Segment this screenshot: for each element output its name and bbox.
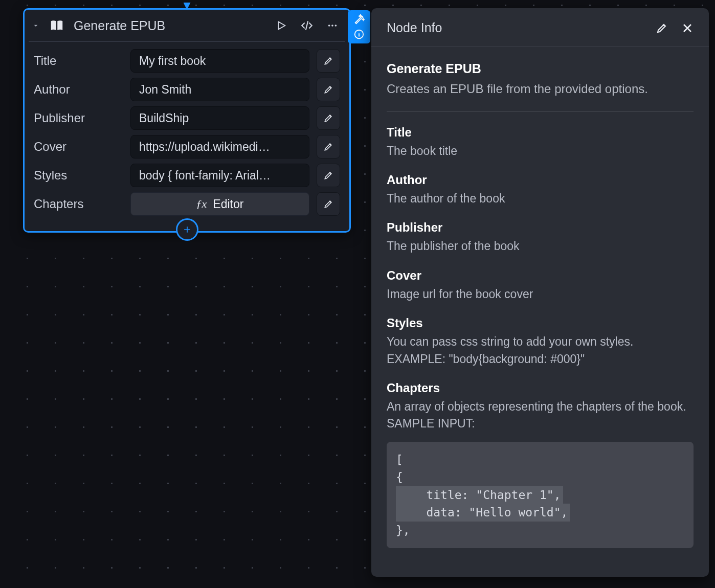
code-line: {: [396, 470, 403, 484]
field-label: Title: [34, 54, 123, 68]
section-styles: Styles You can pass css string to add yo…: [387, 316, 694, 368]
edit-publisher-button[interactable]: [317, 106, 340, 130]
field-chapters: Chapters ƒx Editor: [34, 192, 340, 216]
edit-chapters-button[interactable]: [317, 192, 340, 216]
field-label: Chapters: [34, 197, 123, 211]
section-heading: Chapters: [387, 381, 694, 395]
field-label: Publisher: [34, 111, 123, 125]
section-title: Title The book title: [387, 125, 694, 160]
panel-title: Generate EPUB: [387, 61, 694, 76]
info-icon[interactable]: [353, 28, 365, 40]
chapters-editor-button[interactable]: ƒx Editor: [130, 192, 309, 216]
svg-point-0: [328, 25, 330, 27]
title-input[interactable]: My first book: [130, 49, 309, 73]
add-node-button[interactable]: [176, 218, 198, 241]
section-desc: The publisher of the book: [387, 238, 694, 255]
section-cover: Cover Image url for the book cover: [387, 268, 694, 303]
panel-header: Node Info: [371, 8, 709, 47]
side-badges: [348, 10, 370, 43]
section-heading: Title: [387, 125, 694, 140]
section-desc: Image url for the book cover: [387, 286, 694, 303]
edit-author-button[interactable]: [317, 78, 340, 101]
panel-edit-button[interactable]: [656, 22, 668, 34]
section-desc: You can pass css string to add your own …: [387, 333, 694, 368]
section-heading: Styles: [387, 316, 694, 330]
node-title: Generate EPUB: [74, 18, 264, 33]
book-icon: [49, 18, 64, 33]
node-info-panel: Node Info Generate EPUB Creates an EPUB …: [371, 8, 709, 577]
node-card: Generate EPUB Title My first book Author…: [23, 8, 351, 233]
more-button[interactable]: [325, 18, 340, 33]
section-heading: Publisher: [387, 220, 694, 235]
panel-subtitle: Creates an EPUB file from the provided o…: [387, 80, 694, 98]
field-label: Cover: [34, 140, 123, 154]
section-author: Author The author of the book: [387, 173, 694, 207]
field-title: Title My first book: [34, 49, 340, 73]
svg-point-2: [335, 25, 337, 27]
editor-label: Editor: [213, 197, 243, 211]
section-desc: The author of the book: [387, 190, 694, 207]
section-desc: The book title: [387, 143, 694, 160]
section-chapters: Chapters An array of objects representin…: [387, 381, 694, 548]
edit-styles-button[interactable]: [317, 164, 340, 187]
field-label: Styles: [34, 168, 123, 183]
node-body: Title My first book Author Jon Smith Pub…: [25, 42, 349, 231]
panel-header-title: Node Info: [387, 20, 442, 35]
sample-code-block: [ { title: "Chapter 1", data: "Hello wor…: [387, 442, 694, 549]
styles-input[interactable]: body { font-family: Arial…: [130, 164, 309, 187]
field-label: Author: [34, 82, 123, 97]
panel-close-button[interactable]: [681, 22, 694, 34]
section-desc: An array of objects representing the cha…: [387, 398, 694, 433]
code-button[interactable]: [298, 17, 316, 34]
divider: [387, 111, 694, 112]
section-heading: Cover: [387, 268, 694, 283]
field-publisher: Publisher BuildShip: [34, 106, 340, 130]
author-input[interactable]: Jon Smith: [130, 78, 309, 101]
fx-icon: ƒx: [196, 197, 207, 211]
field-cover: Cover https://upload.wikimedi…: [34, 135, 340, 159]
field-author: Author Jon Smith: [34, 78, 340, 101]
code-line: title: "Chapter 1",: [396, 486, 563, 504]
run-button[interactable]: [274, 18, 289, 33]
code-line: data: "Hello world",: [396, 504, 570, 522]
cover-input[interactable]: https://upload.wikimedi…: [130, 135, 309, 159]
panel-body: Generate EPUB Creates an EPUB file from …: [371, 47, 709, 563]
publisher-input[interactable]: BuildShip: [130, 106, 309, 130]
edit-title-button[interactable]: [317, 49, 340, 73]
edit-cover-button[interactable]: [317, 135, 340, 159]
code-line: },: [396, 524, 410, 537]
collapse-toggle[interactable]: [32, 21, 40, 30]
field-styles: Styles body { font-family: Arial…: [34, 164, 340, 187]
code-line: [: [396, 453, 403, 466]
node-header: Generate EPUB: [25, 10, 349, 41]
section-heading: Author: [387, 173, 694, 187]
magic-wand-icon[interactable]: [353, 13, 365, 25]
section-publisher: Publisher The publisher of the book: [387, 220, 694, 255]
svg-point-1: [331, 25, 333, 27]
